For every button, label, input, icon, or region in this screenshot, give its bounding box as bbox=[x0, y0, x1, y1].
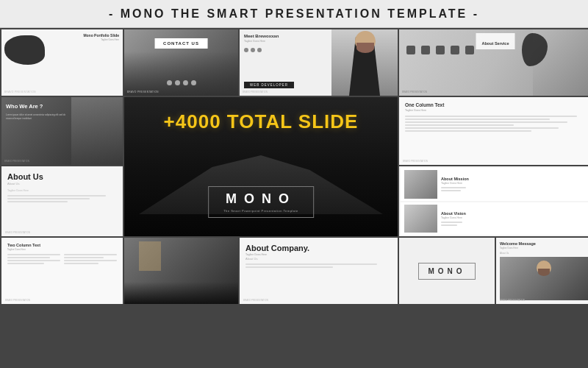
welcome-subtitle: About Us bbox=[500, 252, 588, 255]
line-4 bbox=[405, 124, 514, 126]
meet-social bbox=[244, 48, 262, 52]
vision-title: About Vision bbox=[441, 211, 466, 216]
mono-small-box: MONO bbox=[418, 263, 475, 280]
vision-lines bbox=[441, 222, 466, 226]
company-lines bbox=[245, 263, 392, 268]
tc-l4 bbox=[7, 263, 44, 264]
welcome-title: Welcome Message bbox=[500, 241, 588, 246]
mono-logo-box: MONO The Smart Powerpoint Presentation T… bbox=[208, 186, 314, 218]
one-col-tagline: Tagline Goes Here bbox=[405, 109, 586, 112]
svc-icon-monitor bbox=[421, 46, 430, 54]
service-title-bg: About Service bbox=[476, 33, 515, 49]
welcome-beard-2 bbox=[538, 269, 550, 276]
welcome-tagline: Tagline Goes Here bbox=[500, 247, 588, 250]
about-us-tagline: Tagline Goes Here bbox=[7, 189, 117, 192]
slide-grid: Mono Portfolio Slide Tagline Goes Here B… bbox=[0, 28, 588, 368]
service-label: BRAVO PRESENTATION bbox=[402, 91, 427, 93]
svc-icon-gear bbox=[465, 46, 474, 54]
meet-social-3 bbox=[257, 48, 262, 52]
line-6 bbox=[405, 130, 531, 132]
line-3 bbox=[405, 121, 567, 123]
mission-text: About Mission Tagline Goes Here bbox=[441, 177, 469, 191]
portfolio-tagline: Tagline Goes Here bbox=[101, 38, 119, 41]
slide-mission-vision: About Mission Tagline Goes Here About Vi… bbox=[399, 166, 588, 236]
v-line-1 bbox=[441, 222, 462, 223]
ink-blob bbox=[4, 35, 45, 65]
portfolio-title: Mono Portfolio Slide bbox=[83, 33, 119, 38]
line-5 bbox=[405, 127, 559, 129]
who-person bbox=[71, 97, 123, 165]
tc-r1 bbox=[64, 254, 117, 255]
meet-social-2 bbox=[251, 48, 255, 52]
social-icons-row bbox=[167, 80, 196, 85]
one-col-lines bbox=[405, 116, 586, 132]
tc-r4 bbox=[64, 263, 98, 264]
who-body: Lorem ipsum dolor sit amet consectetur a… bbox=[6, 113, 68, 120]
contact-button: CONTACT US bbox=[154, 38, 208, 49]
two-col-tagline: Tagline Goes Here bbox=[7, 248, 117, 251]
about-us-lines bbox=[7, 195, 117, 202]
col-left bbox=[7, 254, 60, 264]
developer-tag: WEB DEVELOPER bbox=[244, 82, 294, 88]
big-count-text: +4000 TOTAL SLIDE bbox=[164, 110, 359, 133]
portfolio-label: BRAVO PRESENTATION bbox=[4, 91, 36, 93]
who-title: Who We Are ? bbox=[6, 103, 43, 110]
mono-logo-text: MONO bbox=[223, 191, 298, 207]
vision-photo bbox=[404, 205, 437, 233]
contact-label: BRAVO PRESENTATION bbox=[127, 91, 159, 93]
svc-icon-pencil bbox=[406, 46, 415, 54]
welcome-label: BRAVO PRESENTATION bbox=[500, 299, 525, 302]
slide-about-company: About Company. Tagline Goes Here About U… bbox=[240, 238, 398, 304]
service-title: About Service bbox=[482, 41, 509, 46]
au-line-3 bbox=[7, 201, 68, 202]
two-col-label: BRAVO PRESENTATION bbox=[5, 299, 30, 302]
mission-tagline: Tagline Goes Here bbox=[441, 182, 469, 185]
person-beard bbox=[356, 43, 374, 53]
social-icon-2 bbox=[175, 80, 180, 85]
mission-photo bbox=[404, 170, 437, 199]
tc-l2 bbox=[7, 257, 50, 258]
company-title: About Company. bbox=[245, 244, 392, 252]
line-2 bbox=[405, 118, 550, 120]
v-line-2 bbox=[441, 224, 457, 226]
m-line-2 bbox=[441, 190, 461, 191]
slide-contact: CONTACT US BRAVO PRESENTATION bbox=[124, 29, 238, 96]
slide-about-us: About Us About Us Tagline Goes Here BRAV… bbox=[1, 166, 123, 236]
room-floor bbox=[124, 282, 238, 304]
slide-welcome: Welcome Message Tagline Goes Here About … bbox=[496, 238, 588, 304]
tc-r2 bbox=[64, 257, 104, 258]
svc-icon-database bbox=[451, 46, 459, 54]
slide-two-column: Two Column Text Tagline Goes Here BRAVO … bbox=[1, 238, 123, 304]
page-title: - MONO THE SMART PRESENTATION TEMPLATE - bbox=[109, 7, 479, 21]
meet-tagline: Tagline Goes Here bbox=[244, 40, 265, 43]
one-col-label: BRAVO PRESENTATION bbox=[403, 160, 428, 163]
slide-one-column: One Column Text Tagline Goes Here BRAVO … bbox=[399, 97, 588, 165]
meet-social-1 bbox=[244, 48, 248, 52]
company-tagline: Tagline Goes Here bbox=[245, 253, 392, 256]
slide-who-we-are: Who We Are ? Lorem ipsum dolor sit amet … bbox=[1, 97, 123, 165]
tc-l1 bbox=[7, 254, 60, 255]
tc-l3 bbox=[7, 260, 60, 261]
vision-text: About Vision Tagline Goes Here bbox=[441, 211, 466, 226]
mission-lines bbox=[441, 187, 469, 191]
au-line-2 bbox=[7, 198, 90, 199]
vision-tagline: Tagline Goes Here bbox=[441, 216, 466, 219]
two-col-columns bbox=[7, 254, 117, 264]
service-icons bbox=[406, 46, 474, 54]
mission-card: About Mission Tagline Goes Here bbox=[401, 168, 588, 201]
slide-dark-room bbox=[124, 238, 238, 304]
company-label: BRAVO PRESENTATION bbox=[243, 299, 268, 302]
vision-card: About Vision Tagline Goes Here bbox=[401, 202, 588, 236]
header: - MONO THE SMART PRESENTATION TEMPLATE - bbox=[0, 0, 588, 28]
m-line-1 bbox=[441, 187, 466, 188]
mono-subtitle: The Smart Powerpoint Presentation Templa… bbox=[223, 209, 298, 213]
room-window bbox=[139, 241, 161, 271]
line-1 bbox=[405, 116, 577, 117]
mission-title: About Mission bbox=[441, 177, 469, 181]
social-icon-4 bbox=[191, 80, 196, 85]
company-subtitle: About Us bbox=[245, 257, 392, 261]
two-col-title: Two Column Text bbox=[7, 243, 117, 247]
about-us-label: BRAVO PRESENTATION bbox=[5, 231, 30, 234]
slide-big-promo: +4000 TOTAL SLIDE MONO The Smart Powerpo… bbox=[124, 97, 398, 236]
who-label: BRAVO PRESENTATION bbox=[4, 160, 29, 163]
